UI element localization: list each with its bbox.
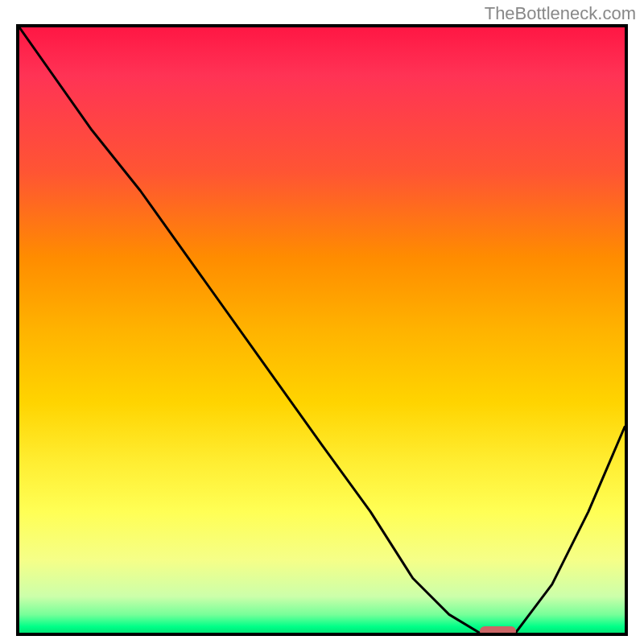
plot-area xyxy=(16,24,628,636)
bottleneck-curve-path xyxy=(19,27,625,633)
watermark-text: TheBottleneck.com xyxy=(485,3,636,24)
optimal-range-marker xyxy=(480,626,516,636)
bottleneck-curve-svg xyxy=(19,27,625,633)
chart-container: TheBottleneck.com xyxy=(0,0,644,644)
